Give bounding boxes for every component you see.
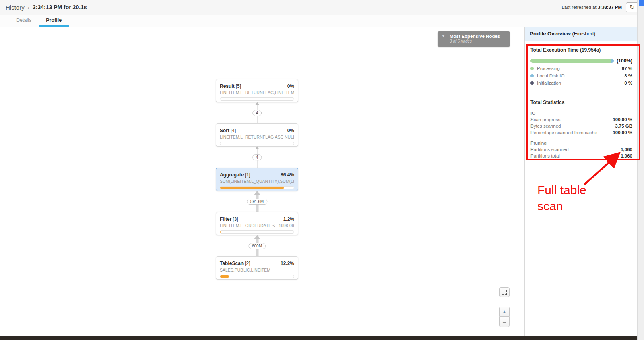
stat-row-partitions-scanned: Partitions scanned 1,060 — [530, 147, 632, 152]
stat-row-partitions-total: Partitions total 1,060 — [530, 153, 632, 158]
legend-value: 97 % — [622, 66, 632, 71]
node-detail: SALES.PUBLIC.LINEITEM — [220, 267, 294, 272]
plan-node-aggregate[interactable]: Aggregate[1] 86.4% SUM(LINEITEM.L_QUANTI… — [216, 168, 298, 191]
node-percent: 12.2% — [281, 261, 294, 266]
initialization-dot-icon — [530, 81, 534, 85]
plan-edge: 591.6M — [216, 191, 298, 212]
last-refreshed-label: Last refreshed at — [561, 5, 596, 10]
node-title-row: Aggregate[1] 86.4% — [220, 171, 294, 178]
processing-dot-icon — [530, 67, 534, 70]
legend-row-initialization: Initialization 0 % — [530, 81, 632, 85]
node-percent: 0% — [287, 128, 294, 133]
stat-value: 3.75 GB — [615, 124, 632, 129]
node-progress-bar — [220, 97, 294, 101]
node-name: Sort — [220, 128, 229, 133]
last-refreshed-time: 3:38:37 PM — [598, 5, 622, 10]
node-detail: SUM(LINEITEM.L_QUANTITY),SUM(LINEIT... — [220, 179, 294, 184]
stat-value: 100.00 % — [613, 117, 632, 122]
panel-header: Profile Overview (Finished) — [525, 27, 637, 41]
profile-overview-panel: Profile Overview (Finished) Total Execut… — [524, 27, 637, 336]
node-name: TableScan — [220, 261, 244, 266]
minus-icon: − — [503, 319, 506, 325]
node-percent: 1.2% — [283, 216, 294, 222]
legend-row-local-disk-io: Local Disk IO 3 % — [530, 73, 632, 78]
node-percent: 0% — [287, 83, 294, 89]
stat-value: 100.00 % — [613, 130, 632, 135]
local-disk-io-segment — [611, 59, 614, 63]
zoom-in-button[interactable]: + — [499, 307, 510, 317]
panel-title: Profile Overview — [530, 31, 571, 37]
legend-label: Local Disk IO — [537, 73, 624, 78]
stat-value: 1,060 — [621, 153, 632, 158]
node-detail: LINEITEM.L_RETURNFLAG ASC NULLS LA... — [220, 135, 294, 139]
node-name: Aggregate — [220, 172, 244, 178]
dropdown-title: Most Expensive Nodes — [450, 33, 506, 39]
refresh-button[interactable]: ↻ — [626, 2, 638, 12]
node-title: Sort[4] — [220, 126, 236, 134]
plan-edge: 600M — [216, 235, 298, 256]
bar-total-label: (100%) — [617, 58, 632, 64]
last-refreshed-text: Last refreshed at 3:38:37 PM — [561, 5, 622, 10]
node-title-row: Sort[4] 0% — [220, 126, 294, 134]
node-title: TableScan[2] — [220, 259, 250, 267]
node-title-row: Result[5] 0% — [220, 82, 294, 89]
stat-label: Partitions total — [530, 153, 560, 158]
arrow-up-icon — [254, 235, 260, 239]
content: ▼ Most Expensive Nodes 3 of 5 nodes Resu… — [0, 27, 644, 336]
plan-node-filter[interactable]: Filter[3] 1.2% LINEITEM.L_ORDERDATE <= 1… — [216, 212, 298, 235]
arrow-up-icon — [254, 191, 260, 195]
arrow-up-icon — [255, 146, 259, 149]
tab-profile[interactable]: Profile — [39, 15, 69, 27]
execution-time-title: Total Execution Time (19.954s) — [530, 47, 632, 53]
refresh-icon: ↻ — [630, 4, 635, 11]
tab-details[interactable]: Details — [9, 15, 39, 27]
stat-label: Percentage scanned from cache — [530, 130, 597, 135]
node-progress-bar — [220, 186, 294, 189]
node-title-row: TableScan[2] 12.2% — [220, 259, 294, 267]
execution-time-bar-row: (100%) — [530, 58, 632, 64]
zoom-out-button[interactable]: − — [499, 317, 510, 327]
dropdown-subtitle: 3 of 5 nodes — [450, 39, 506, 44]
bottom-bar — [0, 336, 637, 340]
divider — [530, 93, 632, 93]
stat-row-bytes-scanned: Bytes scanned 3.75 GB — [530, 124, 632, 129]
top-header: History › 3:34:13 PM for 20.1s Last refr… — [0, 0, 644, 15]
plan-node-sort[interactable]: Sort[4] 0% LINEITEM.L_RETURNFLAG ASC NUL… — [216, 123, 298, 147]
page-title: 3:34:13 PM for 20.1s — [33, 4, 87, 10]
plan-node-tablescan[interactable]: TableScan[2] 12.2% SALES.PUBLIC.LINEITEM — [216, 256, 298, 280]
node-progress-bar — [220, 230, 294, 234]
plan-edge: 4 — [216, 102, 298, 123]
local-disk-io-dot-icon — [530, 74, 534, 77]
node-percent: 86.4% — [281, 172, 294, 178]
page-scrollbar[interactable] — [637, 0, 644, 340]
query-plan-canvas[interactable]: ▼ Most Expensive Nodes 3 of 5 nodes Resu… — [0, 27, 524, 336]
arrow-up-icon — [255, 102, 259, 105]
io-stats-group: IO Scan progress 100.00 % Bytes scanned … — [530, 111, 632, 135]
node-id: [5] — [236, 83, 241, 89]
edge-row-count-badge: 4 — [252, 154, 262, 160]
tab-bar: Details Profile — [0, 15, 644, 27]
fullscreen-button[interactable] — [499, 287, 510, 297]
legend-row-processing: Processing 97 % — [530, 66, 632, 71]
query-profile-page: History › 3:34:13 PM for 20.1s Last refr… — [0, 0, 644, 340]
group-name: Pruning — [530, 141, 632, 145]
node-title: Result[5] — [220, 82, 241, 89]
legend-label: Initialization — [537, 81, 624, 85]
node-id: [3] — [233, 216, 238, 222]
panel-body: Total Execution Time (19.954s) (100%) Pr… — [525, 41, 637, 158]
node-detail: LINEITEM.L_ORDERDATE <= 1998-09-02 — [220, 223, 294, 228]
node-title: Filter[3] — [220, 215, 238, 222]
query-status: (Finished) — [572, 31, 596, 37]
chevron-down-icon: ▼ — [442, 34, 445, 38]
pruning-stats-group: Pruning Partitions scanned 1,060 Partiti… — [530, 141, 632, 158]
plan-node-result[interactable]: Result[5] 0% LINEITEM.L_RETURNFLAG,LINEI… — [216, 79, 298, 102]
breadcrumb: History › 3:34:13 PM for 20.1s — [6, 4, 87, 11]
stat-label: Partitions scanned — [530, 147, 569, 152]
scrollbar-thumb[interactable] — [639, 0, 644, 6]
node-id: [2] — [245, 261, 250, 266]
breadcrumb-history-link[interactable]: History — [6, 4, 25, 11]
most-expensive-nodes-dropdown[interactable]: ▼ Most Expensive Nodes 3 of 5 nodes — [438, 31, 510, 47]
stat-label: Bytes scanned — [530, 124, 561, 129]
node-id: [1] — [245, 172, 250, 178]
node-progress-bar — [220, 275, 294, 278]
